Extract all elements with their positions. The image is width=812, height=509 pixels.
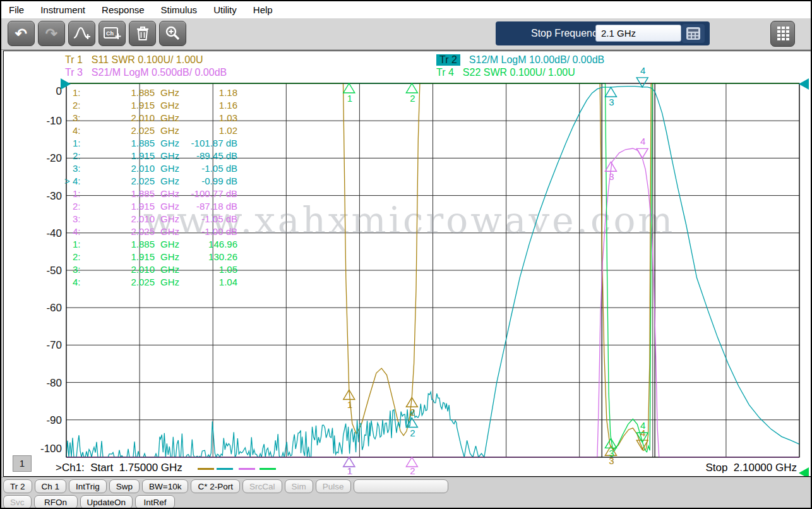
svg-text:3: 3 (609, 171, 614, 182)
menu-response[interactable]: Response (102, 4, 145, 15)
softkey-ch-1[interactable]: Ch 1 (35, 479, 67, 493)
y-tick--10: -10 (46, 115, 62, 127)
trace2-id-badge: Tr 2 (436, 54, 460, 66)
marker-row-tr3-m2: 2:1.915GHz-87.18 dB (64, 200, 237, 213)
y-tick--40: -40 (46, 227, 62, 239)
marker-row-tr1-m3: 3:2.010GHz1.03 (64, 112, 237, 124)
softkey-c-2-port[interactable]: C* 2-Port (191, 479, 240, 493)
y-tick--50: -50 (46, 265, 62, 277)
svg-text:2: 2 (410, 407, 415, 417)
y-tick--100: -100 (40, 443, 62, 455)
stop-frequency-label: Stop Frequency (531, 28, 602, 39)
toolbar: ↶ ↷ Ch (1, 18, 811, 50)
menu-help[interactable]: Help (253, 4, 273, 15)
status-softkey-bar: Tr 2Ch 1IntTrigSwpBW=10kC* 2-PortSrcCalS… (1, 477, 811, 509)
trace3-id: Tr 3 (65, 67, 83, 78)
marker-row-tr4-m1: 1:1.885GHz146.96 (64, 238, 237, 251)
svg-text:2: 2 (410, 428, 415, 438)
marker-2-tr3[interactable]: 2 (406, 457, 417, 476)
softkey-inttrig[interactable]: IntTrig (69, 479, 107, 493)
y-tick--20: -20 (46, 152, 62, 164)
marker-row-tr2-m3: 3:2.010GHz-1.05 dB (64, 162, 237, 175)
zoom-button[interactable] (159, 21, 186, 46)
stop-frequency-input[interactable] (595, 25, 681, 42)
trace4-desc: S22 SWR 0.100U/ 1.00U (463, 67, 575, 78)
grid-icon (776, 26, 790, 42)
softkey-blank[interactable] (354, 479, 448, 493)
vna-application-window: FileInstrumentResponseStimulusUtilityHel… (0, 0, 812, 509)
menu-utility[interactable]: Utility (213, 4, 237, 15)
keypad-icon (686, 27, 701, 40)
svg-text:1: 1 (347, 93, 352, 104)
marker-3-tr2[interactable]: 3 (605, 87, 616, 107)
menu-stimulus[interactable]: Stimulus (161, 4, 198, 15)
marker-row-tr3-m3: 3:2.010GHz-1.05 dB (64, 213, 237, 225)
menu-instrument[interactable]: Instrument (40, 4, 85, 15)
trace1-color-dash (198, 468, 214, 470)
marker-row-tr2-m4: >4:2.025GHz-0.99 dB (64, 175, 237, 188)
layout-grid-button[interactable] (770, 21, 795, 47)
undo-button[interactable]: ↶ (8, 21, 35, 46)
menu-file[interactable]: File (9, 4, 24, 15)
trace4-color-dash (260, 468, 276, 470)
ref-level-indicator[interactable] (799, 78, 809, 90)
add-trace-button[interactable] (68, 21, 95, 46)
ref-level-indicator[interactable] (799, 467, 809, 477)
marker-row-tr3-m4: 4:2.025GHz-1.00 dB (64, 225, 237, 238)
trace1-legend[interactable]: Tr 1 S11 SWR 0.100U/ 1.00U (65, 54, 203, 66)
softkey-sim[interactable]: Sim (285, 479, 313, 493)
redo-button[interactable]: ↷ (38, 21, 65, 46)
softkey-intref[interactable]: IntRef (135, 495, 175, 509)
trace3-legend[interactable]: Tr 3 S21/M LogM 0.500dB/ 0.00dB (65, 67, 227, 78)
softkey-row-2: SvcRFOnUpdateOnIntRef (3, 495, 175, 509)
softkey-tr-2[interactable]: Tr 2 (3, 479, 32, 493)
marker-4-tr2[interactable]: 4 (636, 65, 648, 87)
softkey-pulse[interactable]: Pulse (316, 479, 351, 493)
marker-1-tr4[interactable]: 1 (343, 83, 355, 104)
stop-frequency-readout: Stop 2.10000 GHz (705, 462, 797, 474)
marker-row-tr2-m2: 2:1.915GHz-89.45 dB (64, 150, 237, 162)
marker-row-tr4-m4: 4:2.025GHz1.04 (64, 276, 237, 289)
marker-1-tr3[interactable]: 1 (343, 457, 355, 476)
marker-2-tr4[interactable]: 2 (406, 83, 417, 104)
channel-plus-icon: Ch (103, 25, 122, 42)
trace3-color-dash (239, 468, 255, 470)
add-channel-button[interactable]: Ch (99, 21, 126, 46)
svg-text:Ch: Ch (106, 30, 114, 37)
trace1-id: Tr 1 (65, 54, 83, 66)
softkey-swp[interactable]: Swp (109, 479, 140, 493)
svg-text:4: 4 (640, 136, 645, 147)
marker-row-tr1-m4: 4:2.025GHz1.02 (64, 124, 237, 137)
marker-readout-table: 1:1.885GHz1.182:1.915GHz1.163:2.010GHz1.… (64, 87, 237, 289)
marker-row-tr4-m3: 3:2.010GHz1.05 (64, 263, 237, 276)
marker-row-tr3-m1: 1:1.885GHz-100.77 dB (64, 188, 237, 200)
trace2-color-dash (217, 468, 233, 470)
softkey-rfon[interactable]: RFOn (34, 495, 78, 509)
magnifier-plus-icon (164, 25, 182, 42)
trace2-legend[interactable]: Tr 2 S12/M LogM 10.00dB/ 0.00dB (436, 54, 604, 66)
y-tick--70: -70 (46, 339, 62, 351)
y-tick--30: -30 (46, 190, 62, 202)
y-tick--80: -80 (46, 377, 62, 389)
marker-row-tr1-m2: 2:1.915GHz1.16 (64, 99, 237, 112)
trace2-desc: S12/M LogM 10.00dB/ 0.00dB (469, 54, 604, 66)
svg-text:3: 3 (609, 97, 614, 107)
softkey-srccal[interactable]: SrcCal (242, 479, 282, 493)
marker-3-tr3[interactable]: 3 (605, 162, 616, 182)
trace4-legend[interactable]: Tr 4 S22 SWR 0.100U/ 1.00U (436, 67, 575, 78)
svg-text:1: 1 (347, 399, 352, 410)
softkey-svc[interactable]: Svc (3, 495, 32, 509)
svg-text:2: 2 (410, 465, 415, 476)
y-tick--60: -60 (46, 302, 62, 314)
marker-row-tr4-m2: 2:1.915GHz130.26 (64, 251, 237, 263)
channel-display-area: 0-10-20-30-40-50-60-70-80-90-100www.xahx… (3, 51, 811, 477)
softkey-updateon[interactable]: UpdateOn (80, 495, 133, 509)
channel-number-badge[interactable]: 1 (13, 455, 32, 472)
trace1-desc: S11 SWR 0.100U/ 1.00U (92, 54, 203, 66)
keypad-button[interactable] (682, 24, 705, 43)
start-frequency-readout: >Ch1: Start 1.75000 GHz (56, 462, 182, 474)
softkey-bw-10k[interactable]: BW=10k (142, 479, 188, 493)
marker-4-tr3[interactable]: 4 (636, 136, 648, 158)
softkey-row-1: Tr 2Ch 1IntTrigSwpBW=10kC* 2-PortSrcCalS… (3, 479, 448, 493)
delete-button[interactable] (129, 21, 156, 46)
